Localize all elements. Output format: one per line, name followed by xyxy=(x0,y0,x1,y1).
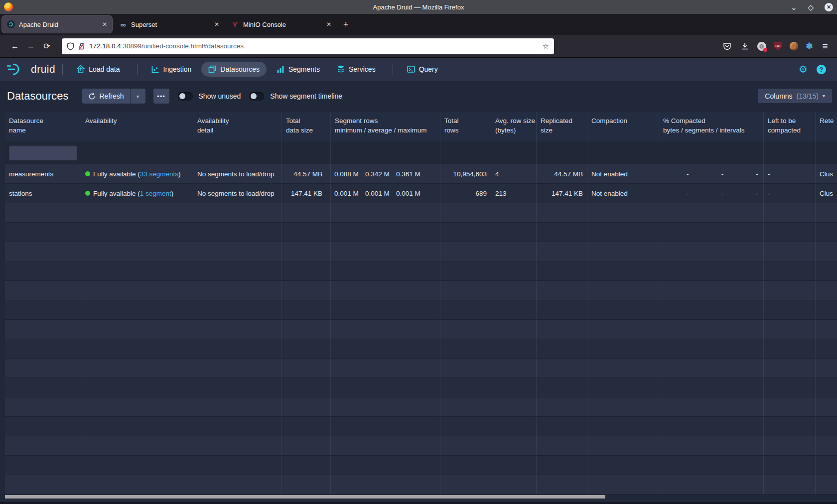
tab-label: MinIO Console xyxy=(243,21,322,28)
reload-button[interactable]: ⟳ xyxy=(39,41,55,51)
nav-divider xyxy=(137,64,138,75)
column-header-avg-row-size[interactable]: Avg. row size(bytes) xyxy=(491,112,537,141)
nav-item-ingestion[interactable]: Ingestion xyxy=(144,62,199,77)
tab-close-icon[interactable]: ✕ xyxy=(326,21,331,28)
window-title: Apache Druid — Mozilla Firefox xyxy=(0,3,837,11)
column-header-availability[interactable]: Availability xyxy=(81,112,193,141)
cell-datasource-name: measurements xyxy=(5,164,81,183)
insecure-lock-icon[interactable] xyxy=(78,42,85,50)
asterisk-extension-icon[interactable]: ✱ xyxy=(806,41,813,51)
nav-item-label: Services xyxy=(349,65,376,73)
druid-brand[interactable]: druid xyxy=(7,62,55,76)
tab-apache-druid[interactable]: Ɔ Apache Druid ✕ xyxy=(2,16,112,33)
cell-total-rows: 10,954,603 xyxy=(440,164,491,183)
column-header-total-rows[interactable]: Totalrows xyxy=(440,112,491,141)
datasources-table: Datasourcename Availability Availability… xyxy=(5,112,837,499)
column-header-total-data-size[interactable]: Totaldata size xyxy=(282,112,331,141)
datasource-row-measurements[interactable]: measurements Fully available (33 segment… xyxy=(5,164,837,184)
settings-gear-icon[interactable]: ⚙ xyxy=(799,63,808,75)
nav-item-label: Load data xyxy=(89,65,120,73)
column-header-segment-rows[interactable]: Segment rowsminimum / average / maximum xyxy=(331,112,440,141)
hamburger-menu-icon[interactable]: ≡ xyxy=(820,41,830,51)
bookmark-star-icon[interactable]: ☆ xyxy=(543,42,549,51)
load-data-icon xyxy=(77,65,85,73)
download-button[interactable] xyxy=(740,41,750,51)
druid-favicon-icon: Ɔ xyxy=(7,20,15,28)
nav-item-datasources[interactable]: Datasources xyxy=(201,62,267,77)
refresh-caret-button[interactable]: ▾ xyxy=(130,89,145,104)
window-minimize-icon[interactable]: ⌄ xyxy=(791,3,797,11)
new-tab-button[interactable]: + xyxy=(338,19,354,30)
druid-logo-icon xyxy=(7,62,27,76)
toggle-knob xyxy=(179,93,185,99)
cell-retention: Clus xyxy=(816,184,837,203)
brand-text: druid xyxy=(31,63,55,75)
show-unused-toggle[interactable] xyxy=(178,92,193,101)
cell-compaction: Not enabled xyxy=(587,164,659,183)
show-segment-timeline-toggle[interactable] xyxy=(249,92,264,101)
tab-close-icon[interactable]: ✕ xyxy=(214,21,219,28)
nav-item-query[interactable]: Query xyxy=(400,62,445,77)
druid-navbar: druid Load data Ingestion Datasources Se xyxy=(0,58,837,81)
availability-dot-icon xyxy=(85,171,90,176)
datasource-row-stations[interactable]: stations Fully available (1 segment) No … xyxy=(5,184,837,203)
services-icon xyxy=(337,65,345,73)
minio-favicon-icon: ϒ xyxy=(231,20,239,28)
cell-availability: Fully available (1 segment) xyxy=(81,184,193,203)
nav-item-segments[interactable]: Segments xyxy=(270,62,327,77)
segments-icon xyxy=(277,65,284,73)
datasource-filter-input[interactable] xyxy=(9,145,77,160)
column-header-availability-detail[interactable]: Availabilitydetail xyxy=(193,112,282,141)
empty-table-row xyxy=(5,300,837,320)
forward-button[interactable]: → xyxy=(23,42,39,51)
extension-button[interactable]: ◍ xyxy=(757,42,766,51)
column-header-datasource-name[interactable]: Datasourcename xyxy=(5,112,81,141)
window-titlebar: Apache Druid — Mozilla Firefox ⌄ ◇ ✕ xyxy=(0,0,837,14)
url-input[interactable]: 172.18.0.4:30899/unified-console.html#da… xyxy=(62,38,554,54)
window-close-icon[interactable]: ✕ xyxy=(825,3,833,11)
segments-link[interactable]: 33 segments xyxy=(140,170,178,178)
column-header-retention[interactable]: Rete xyxy=(816,112,837,141)
nav-item-load-data[interactable]: Load data xyxy=(70,62,127,77)
show-segment-timeline-label: Show segment timeline xyxy=(270,92,342,100)
empty-table-row xyxy=(5,359,837,378)
horizontal-scrollbar[interactable] xyxy=(5,495,837,499)
window-maximize-icon[interactable]: ◇ xyxy=(808,3,814,11)
cell-avg-row-size: 4 xyxy=(491,164,537,183)
back-button[interactable]: ← xyxy=(7,42,23,51)
column-header-compaction[interactable]: Compaction xyxy=(587,112,659,141)
tab-bar: Ɔ Apache Druid ✕ ∞ Superset ✕ ϒ MinIO Co… xyxy=(0,14,837,35)
cell-segment-rows: 0.088 M0.342 M0.361 M xyxy=(331,164,440,183)
help-icon[interactable]: ? xyxy=(817,65,826,74)
cell-pct-compacted: --- xyxy=(659,184,764,203)
cell-pct-compacted: --- xyxy=(659,164,764,183)
ingestion-icon xyxy=(151,65,159,73)
cookie-icon[interactable] xyxy=(790,42,798,50)
refresh-button[interactable]: Refresh xyxy=(82,89,130,104)
columns-button[interactable]: Columns (13/15) ▾ xyxy=(758,89,832,103)
more-actions-button[interactable]: ••• xyxy=(153,89,169,104)
datasources-view-header: Datasources Refresh ▾ ••• Show unused Sh… xyxy=(0,81,837,112)
tab-superset[interactable]: ∞ Superset ✕ xyxy=(114,16,224,33)
tracking-shield-icon[interactable] xyxy=(67,42,74,50)
tab-close-icon[interactable]: ✕ xyxy=(102,21,107,28)
show-unused-label: Show unused xyxy=(199,92,241,100)
cell-replicated-size: 44.57 MB xyxy=(537,164,587,183)
pocket-button[interactable] xyxy=(722,41,732,51)
datasources-icon xyxy=(208,65,216,73)
nav-item-services[interactable]: Services xyxy=(330,62,383,77)
empty-table-row xyxy=(5,223,837,242)
tab-label: Apache Druid xyxy=(19,21,98,28)
column-header-replicated-size[interactable]: Replicatedsize xyxy=(537,112,587,141)
empty-table-row xyxy=(5,339,837,359)
nav-divider xyxy=(62,64,63,75)
tab-minio-console[interactable]: ϒ MinIO Console ✕ xyxy=(226,16,336,33)
empty-table-row xyxy=(5,417,837,436)
segments-link[interactable]: 1 segment xyxy=(140,190,171,197)
horizontal-scrollbar-thumb[interactable] xyxy=(5,495,605,499)
ublock-shield-icon[interactable]: U0 xyxy=(774,42,782,51)
column-header-pct-compacted[interactable]: % Compactedbytes / segments / intervals xyxy=(659,112,764,141)
bottom-fill xyxy=(0,499,837,504)
column-header-left-to-be-compacted[interactable]: Left to becompacted xyxy=(764,112,816,141)
nav-item-label: Query xyxy=(419,65,438,73)
